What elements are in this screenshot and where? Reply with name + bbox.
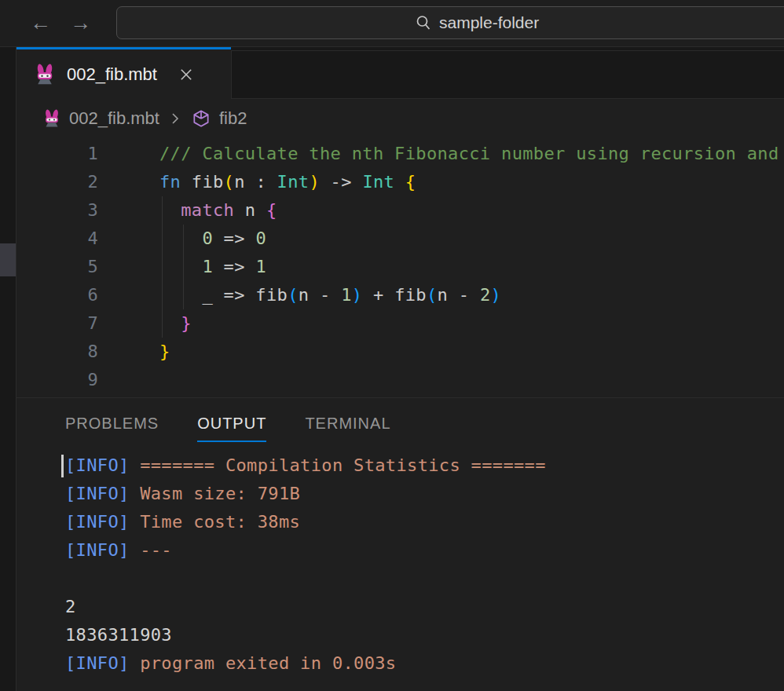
- output-line: [INFO] Wasm size: 791B: [65, 480, 784, 508]
- forward-arrow-icon[interactable]: →: [70, 13, 91, 34]
- panel-tab-bar: PROBLEMS OUTPUT TERMINAL: [16, 398, 784, 448]
- line-number: 5: [16, 253, 98, 281]
- indent-guide-icon: [162, 281, 163, 309]
- line-number: 3: [16, 196, 98, 225]
- tab-close-button[interactable]: [174, 63, 198, 86]
- line-number: 7: [16, 309, 98, 338]
- output-line: [INFO] ---: [65, 536, 784, 565]
- workspace-name-label: sample-folder: [439, 13, 539, 32]
- indent-guide-icon: [162, 196, 163, 225]
- code-text: match n {: [98, 196, 784, 225]
- code-line[interactable]: 6 _ => fib(n - 1) + fib(n - 2): [16, 281, 784, 309]
- output-console[interactable]: [INFO] ======= Compilation Statistics ==…: [16, 448, 784, 691]
- code-line[interactable]: 4 0 => 0: [16, 225, 784, 253]
- bottom-panel: PROBLEMS OUTPUT TERMINAL [INFO] ======= …: [16, 397, 784, 691]
- code-line[interactable]: 3 match n {: [16, 196, 784, 225]
- code-line[interactable]: 5 1 => 1: [16, 253, 784, 281]
- line-number: 9: [16, 366, 98, 394]
- moonbit-rabbit-icon: [34, 64, 56, 86]
- code-text: 0 => 0: [98, 225, 784, 253]
- output-line: [INFO] Time cost: 38ms: [65, 508, 784, 536]
- line-number: 8: [16, 338, 98, 366]
- tab-bar-empty-area: [231, 50, 784, 99]
- titlebar: ← → sample-folder: [0, 0, 784, 47]
- line-number: 1: [16, 140, 98, 168]
- command-center-search[interactable]: sample-folder: [116, 6, 784, 39]
- code-text: fn fib(n : Int) -> Int {: [98, 168, 784, 196]
- panel-tab-terminal[interactable]: TERMINAL: [305, 398, 390, 448]
- indent-guide-icon: [162, 253, 163, 281]
- indent-guide-icon: [162, 309, 163, 338]
- tab-002-fib-mbt[interactable]: 002_fib.mbt: [16, 47, 231, 99]
- line-number: 6: [16, 281, 98, 309]
- main-area: 002_fib.mbt: [0, 47, 784, 691]
- code-line[interactable]: 8}: [16, 338, 784, 366]
- code-line[interactable]: 9: [16, 366, 784, 394]
- activity-strip[interactable]: [0, 47, 16, 691]
- code-text: }: [98, 309, 784, 338]
- text-cursor: [61, 455, 64, 477]
- breadcrumb: 002_fib.mbt fib2: [16, 99, 784, 138]
- tab-label: 002_fib.mbt: [67, 64, 157, 85]
- breadcrumb-file-name[interactable]: 002_fib.mbt: [69, 108, 159, 129]
- indent-guide-icon: [183, 253, 184, 281]
- command-center-content: sample-folder: [415, 7, 539, 38]
- code-text: }: [98, 338, 784, 366]
- strip-scroll-indicator[interactable]: [0, 243, 16, 276]
- history-nav: ← →: [30, 0, 91, 46]
- output-line: 1836311903: [65, 621, 784, 649]
- panel-tab-output[interactable]: OUTPUT: [197, 398, 266, 448]
- code-editor[interactable]: 1/// Calculate the nth Fibonacci number …: [16, 138, 784, 397]
- line-number: 2: [16, 168, 98, 196]
- output-line: 2: [65, 593, 784, 621]
- breadcrumb-file-icon: [42, 109, 61, 128]
- tab-bar: 002_fib.mbt: [16, 47, 784, 99]
- search-icon: [415, 14, 432, 31]
- back-arrow-icon[interactable]: ←: [30, 13, 51, 34]
- chevron-right-icon: [169, 111, 181, 126]
- code-text: /// Calculate the nth Fibonacci number u…: [98, 140, 784, 168]
- code-text: 1 => 1: [98, 253, 784, 281]
- panel-tab-problems[interactable]: PROBLEMS: [65, 398, 159, 448]
- code-text: [98, 366, 784, 394]
- editor-group: 002_fib.mbt: [16, 47, 784, 691]
- output-line: [INFO] program exited in 0.003s: [65, 649, 784, 678]
- code-line[interactable]: 7 }: [16, 309, 784, 338]
- indent-guide-icon: [183, 281, 184, 309]
- breadcrumb-symbol-name[interactable]: fib2: [219, 108, 247, 129]
- indent-guide-icon: [162, 225, 163, 253]
- output-line: [65, 565, 784, 593]
- indent-guide-icon: [183, 225, 184, 253]
- output-line: [INFO] ======= Compilation Statistics ==…: [65, 452, 784, 480]
- line-number: 4: [16, 225, 98, 253]
- code-line[interactable]: 2fn fib(n : Int) -> Int {: [16, 168, 784, 196]
- code-text: _ => fib(n - 1) + fib(n - 2): [98, 281, 784, 309]
- code-line[interactable]: 1/// Calculate the nth Fibonacci number …: [16, 140, 784, 168]
- close-icon: [179, 68, 193, 82]
- symbol-cube-icon: [191, 108, 211, 129]
- code-lines: 1/// Calculate the nth Fibonacci number …: [16, 140, 784, 394]
